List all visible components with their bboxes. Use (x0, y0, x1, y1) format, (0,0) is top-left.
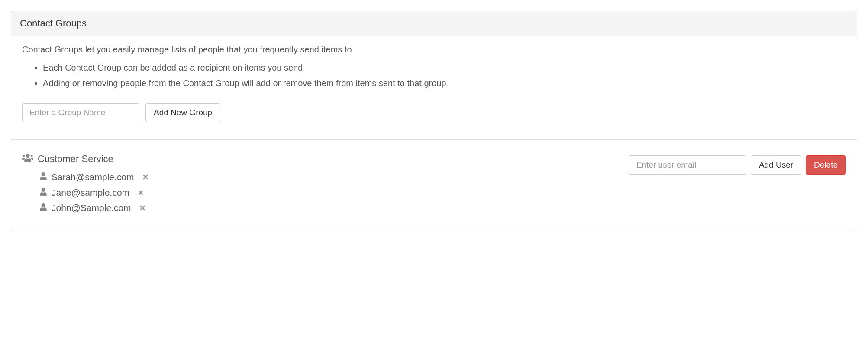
member-item: Sarah@sample.com (39, 169, 629, 185)
member-email: Sarah@sample.com (52, 169, 134, 185)
member-list: Sarah@sample.com Jane@sample.com (22, 169, 629, 216)
remove-member-icon[interactable] (139, 204, 146, 211)
user-icon (39, 169, 47, 185)
group-details: Customer Service Sarah@sample.com (22, 153, 629, 216)
member-email: Jane@sample.com (52, 185, 129, 201)
delete-group-button[interactable]: Delete (806, 155, 846, 175)
add-user-button[interactable]: Add User (751, 155, 801, 175)
member-item: John@Sample.com (39, 200, 629, 216)
add-new-group-button[interactable]: Add New Group (145, 103, 220, 122)
user-email-input[interactable] (629, 155, 746, 175)
new-group-form: Add New Group (22, 103, 846, 122)
contact-groups-panel: Contact Groups Contact Groups let you ea… (11, 11, 857, 231)
panel-body: Contact Groups let you easily manage lis… (11, 36, 857, 139)
group-name: Customer Service (38, 153, 113, 165)
user-icon (39, 200, 47, 216)
group-section: Customer Service Sarah@sample.com (11, 140, 857, 231)
user-icon (39, 185, 47, 201)
users-icon (22, 153, 33, 165)
group-actions: Add User Delete (629, 153, 846, 175)
intro-list: Each Contact Group can be added as a rec… (22, 60, 846, 91)
group-title-row: Customer Service (22, 153, 629, 165)
panel-title: Contact Groups (20, 18, 87, 29)
intro-bullet: Adding or removing people from the Conta… (43, 75, 846, 91)
remove-member-icon[interactable] (137, 189, 144, 196)
member-item: Jane@sample.com (39, 185, 629, 201)
member-email: John@Sample.com (52, 200, 131, 216)
intro-bullet: Each Contact Group can be added as a rec… (43, 60, 846, 75)
intro-text: Contact Groups let you easily manage lis… (22, 45, 846, 55)
group-name-input[interactable] (22, 103, 139, 122)
panel-header: Contact Groups (11, 11, 857, 36)
remove-member-icon[interactable] (142, 174, 149, 181)
